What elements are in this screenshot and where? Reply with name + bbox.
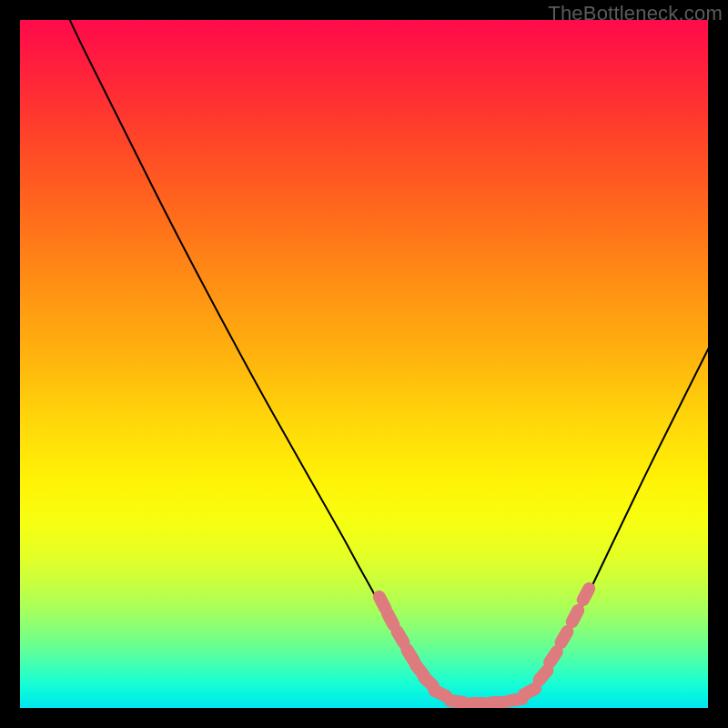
chart-svg (20, 20, 708, 708)
marker-group (370, 580, 598, 708)
chart-canvas: TheBottleneck.com (0, 0, 728, 728)
plot-area (20, 20, 708, 708)
